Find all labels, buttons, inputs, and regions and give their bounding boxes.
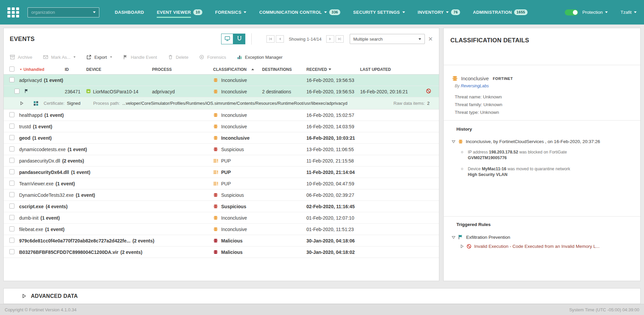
row-checkbox[interactable]: [9, 124, 14, 129]
chevron-down-icon: [324, 11, 327, 13]
row-checkbox[interactable]: [9, 135, 14, 140]
nav-forensics[interactable]: FORENSICS: [215, 0, 247, 25]
event-group-row[interactable]: 979c6de81cc0f4e0a770f720ab82e8c727a2d422…: [4, 235, 439, 246]
process-view-button[interactable]: [233, 34, 245, 44]
main-content: EVENTS Showing 1-14/14 Multiple searc: [0, 25, 644, 281]
row-checkbox[interactable]: [9, 158, 14, 163]
event-group-row[interactable]: filebeat.exe (1 event) Inconclusive 01-F…: [4, 224, 439, 235]
select-all-checkbox[interactable]: [9, 66, 14, 72]
expand-advanced-icon: [22, 294, 26, 298]
row-checkbox[interactable]: [9, 169, 14, 174]
row-checkbox[interactable]: [9, 215, 14, 220]
event-group-row[interactable]: DynamicCodeTests32.exe (1 event) Suspici…: [4, 189, 439, 201]
next-page-button[interactable]: [326, 35, 334, 43]
delete-label: Delete: [176, 55, 189, 60]
unhandled-filter[interactable]: Unhandled: [18, 67, 65, 72]
column-classification[interactable]: CLASSIFICATION: [210, 67, 259, 72]
chevron-down-icon: [605, 11, 608, 13]
row-checkbox[interactable]: [9, 238, 14, 243]
advanced-data-title: ADVANCED DATA: [31, 293, 78, 299]
by-label: By: [455, 84, 460, 88]
row-checkbox[interactable]: [9, 77, 14, 82]
certificate-label: Certificate:: [44, 101, 64, 106]
delete-button[interactable]: Delete: [168, 54, 189, 60]
nav-label: FORENSICS: [215, 10, 242, 15]
row-checkbox[interactable]: [9, 192, 14, 197]
process-name: adprivacyd: [19, 78, 42, 83]
process-name: dumb-init: [19, 215, 39, 221]
event-group-row[interactable]: cscript.exe (4 events) Suspicious 02-Feb…: [4, 201, 439, 212]
event-group-row[interactable]: B03276BFBF85CFDD7C8998004C1200DA.vir (2 …: [4, 246, 439, 258]
nav-administration[interactable]: ADMINISTRATION 1655: [473, 0, 528, 25]
column-id[interactable]: ID: [65, 67, 82, 72]
column-destinations[interactable]: DESTINATIONS: [259, 67, 302, 72]
collapse-entry-icon[interactable]: [452, 140, 455, 143]
row-checkbox[interactable]: [9, 204, 14, 209]
export-button[interactable]: Export: [86, 54, 112, 60]
classification-icon: [213, 215, 218, 220]
org-selector[interactable]: organization: [28, 7, 99, 17]
archive-button[interactable]: Archive: [10, 54, 32, 60]
reversinglabs-link[interactable]: ReversingLabs: [461, 84, 489, 88]
event-group-row[interactable]: dynamiccodetests.exe (1 event) Suspiciou…: [4, 144, 439, 155]
event-group-row[interactable]: dumb-init (1 event) Inconclusive 01-Feb-…: [4, 212, 439, 224]
event-count: (1 event): [71, 170, 91, 175]
column-process[interactable]: PROCESS: [148, 67, 210, 72]
first-page-button[interactable]: [266, 35, 275, 43]
event-group-row[interactable]: TeamViewer.exe (1 event) PUP 10-Feb-2020…: [4, 178, 439, 189]
nav-security-settings[interactable]: SECURITY SETTINGS: [353, 0, 405, 25]
event-row-expanded[interactable]: 236471 LiorMacOSPara10-14 adprivacyd Inc…: [4, 86, 439, 97]
row-checkbox[interactable]: [9, 181, 14, 186]
column-last-updated[interactable]: LAST UPDATED: [356, 67, 418, 72]
advanced-data-bar[interactable]: ADVANCED DATA: [3, 288, 641, 304]
event-group-row-selected[interactable]: adprivacyd (1 event) Inconclusive 16-Feb…: [4, 75, 439, 86]
chevron-down-icon: [110, 56, 112, 58]
forensics-button[interactable]: Forensics: [199, 54, 226, 60]
nav-dashboard[interactable]: DASHBOARD: [115, 0, 144, 25]
row-checkbox[interactable]: [9, 226, 14, 231]
handle-event-button[interactable]: Handle Event: [123, 54, 157, 60]
column-received[interactable]: RECEIVED: [302, 67, 356, 72]
clear-search-icon[interactable]: ✕: [428, 36, 433, 42]
classification-icon: [213, 89, 218, 94]
list-view-button[interactable]: [221, 34, 233, 44]
received-date: 01-Feb-2020, 12:07:10: [302, 215, 356, 221]
row-checkbox[interactable]: [9, 146, 14, 151]
prev-page-button[interactable]: [276, 35, 284, 43]
event-group-row[interactable]: pandasecurityDx.dll (2 events) PUP 11-Fe…: [4, 155, 439, 167]
expand-raw-data-icon[interactable]: [20, 101, 23, 105]
nav-event-viewer[interactable]: EVENT VIEWER 10: [157, 0, 202, 25]
event-count: (2 events): [133, 238, 154, 243]
flag-icon: [123, 54, 128, 60]
row-checkbox[interactable]: [9, 249, 14, 254]
protection-toggle[interactable]: [565, 9, 578, 15]
classification-label: Inconclusive: [221, 89, 247, 94]
user-menu[interactable]: Tzafit: [621, 10, 637, 15]
destinations-link[interactable]: 2 destinations: [259, 89, 302, 94]
received-date: 11-Feb-2020, 21:15:58: [302, 158, 356, 164]
event-viewer-badge: 10: [193, 9, 202, 15]
received-date: 11-Feb-2020, 21:14:04: [302, 170, 356, 175]
collapse-rule-icon[interactable]: [452, 235, 455, 239]
mark-as-button[interactable]: Mark As...: [43, 54, 76, 60]
event-group-row[interactable]: geod (1 event) Inconclusive 16-Feb-2020,…: [4, 132, 439, 144]
protection-menu[interactable]: Protection: [582, 10, 608, 15]
bullet-icon: [461, 168, 463, 170]
nav-inventory[interactable]: INVENTORY 76: [418, 0, 460, 25]
event-group-row[interactable]: healthappd (1 event) Inconclusive 16-Feb…: [4, 109, 439, 121]
search-area: Multiple search ✕: [350, 34, 433, 44]
event-group-row[interactable]: trustd (1 event) Inconclusive 16-Feb-202…: [4, 121, 439, 132]
column-device[interactable]: DEVICE: [82, 67, 148, 72]
history-title: History: [444, 127, 634, 132]
multiple-search-dropdown[interactable]: Multiple search: [350, 34, 425, 44]
received-date: 06-Feb-2020, 02:39:27: [302, 192, 356, 198]
last-page-button[interactable]: [336, 35, 344, 43]
threat-name: Threat name: Unknown: [455, 93, 632, 101]
nav-communication-control[interactable]: COMMUNICATION CONTROL 336: [259, 0, 340, 25]
row-checkbox[interactable]: [9, 112, 14, 117]
main-nav: DASHBOARD EVENT VIEWER 10 FORENSICS COMM…: [115, 0, 528, 25]
exception-manager-button[interactable]: Exception Manager: [237, 54, 283, 60]
received-date: 16-Feb-2020, 14:03:59: [302, 124, 356, 129]
event-group-row[interactable]: pandasecurityDx64.dll (1 event) PUP 11-F…: [4, 167, 439, 178]
expand-violation-icon[interactable]: [460, 244, 464, 248]
